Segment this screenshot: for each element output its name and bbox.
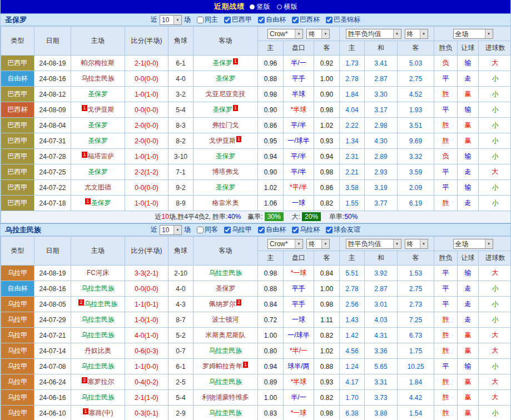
filter-checkbox-巴圣锦标[interactable]: 巴圣锦标 — [326, 15, 360, 24]
team-link[interactable]: 乌拉圭民族 — [209, 378, 242, 386]
let-result-cell: 走 — [458, 297, 479, 312]
select-value: 终 — [405, 239, 420, 248]
team-link[interactable]: 乌拉圭民族 — [81, 331, 115, 339]
team-link[interactable]: 塞路(中) — [89, 409, 113, 417]
mean-stage-select[interactable]: 终▼ — [405, 29, 428, 39]
checkbox-input[interactable] — [292, 17, 299, 23]
checkbox-input[interactable] — [292, 227, 299, 233]
team-link[interactable]: 罗姆帕拉青年 — [202, 362, 242, 370]
team-link[interactable]: 波士顿河 — [212, 316, 239, 323]
odds-company-select[interactable]: Crow*▼ — [267, 29, 303, 39]
match-count-select[interactable]: 10▼ — [160, 15, 182, 25]
filter-checkbox-乌拉杯[interactable]: 乌拉杯 — [292, 225, 320, 234]
select-value: 胜平负均值 — [346, 29, 393, 38]
scope-select[interactable]: 全场▼ — [453, 29, 493, 39]
team-link[interactable]: 圣保罗 — [216, 284, 236, 292]
layout-radio-横版[interactable]: 横版 — [277, 2, 297, 12]
checkbox-input[interactable] — [258, 17, 265, 23]
checkbox-input[interactable] — [258, 227, 265, 233]
team-link[interactable]: 乌拉圭民族 — [85, 300, 118, 308]
filter-checkbox-球会友谊[interactable]: 球会友谊 — [326, 225, 360, 234]
team-link[interactable]: 圣保罗 — [216, 183, 236, 191]
odds-stage-select[interactable]: 终▼ — [306, 239, 330, 249]
team-link[interactable]: 乌拉圭民族 — [81, 74, 115, 82]
team-link[interactable]: 戈伊亚斯 — [209, 137, 236, 144]
corner-cell: 3-2 — [168, 87, 194, 102]
goal-result-cell: 小 — [479, 281, 511, 297]
checkbox-input[interactable] — [326, 227, 333, 233]
team-link[interactable]: 塞罗拉尔 — [88, 378, 115, 386]
subcol-let: 让球 — [458, 41, 479, 56]
home-team-cell: 乌拉圭民族 — [71, 281, 125, 297]
odds-away-cell: 1.11 — [314, 312, 340, 328]
team-link[interactable]: 米斯奥尼斯队 — [206, 331, 246, 339]
team-link[interactable]: 乌拉圭民族 — [81, 284, 115, 292]
filter-checkbox-同客[interactable]: 同客 — [197, 225, 218, 234]
team-link[interactable]: 丹奴比奥 — [85, 347, 111, 354]
team-link[interactable]: 乌拉圭民族 — [81, 316, 115, 323]
chevron-down-icon: ▼ — [485, 29, 493, 38]
date-cell: 24-07-28 — [34, 149, 71, 164]
team-link[interactable]: 圣保罗 — [212, 59, 232, 67]
mean-away-cell: 7.25 — [398, 312, 434, 328]
team-link[interactable]: 乌拉圭民族 — [209, 409, 242, 417]
team-link[interactable]: 利物浦蒙特维多 — [202, 393, 249, 401]
team-link[interactable]: FC河床 — [87, 269, 109, 277]
team-link[interactable]: 圣保罗 — [88, 137, 108, 144]
result-cell: 平 — [434, 359, 458, 374]
score-cell: 1-0(1-0) — [125, 87, 168, 102]
scope-select[interactable]: 全场▼ — [453, 239, 493, 249]
checkbox-input[interactable] — [224, 17, 231, 23]
checkbox-input[interactable] — [224, 227, 231, 233]
league-cell: 乌拉甲 — [1, 266, 34, 281]
team-link[interactable]: 戈亚尼亚竞技 — [206, 90, 246, 98]
select-value: 全场 — [454, 29, 485, 38]
mean-stage-select[interactable]: 终▼ — [405, 239, 428, 249]
odds-stage-select[interactable]: 终▼ — [306, 29, 330, 39]
team-link[interactable]: 佩纳罗尔 — [209, 300, 236, 308]
checkbox-input[interactable] — [197, 17, 204, 23]
red-card-badge: 1 — [233, 58, 238, 64]
team-link[interactable]: 帕尔梅拉斯 — [81, 59, 115, 67]
date-cell: 24-07-29 — [34, 312, 71, 328]
team-link[interactable]: 圣保罗 — [216, 152, 236, 160]
team-link[interactable]: 乌拉圭民族 — [209, 347, 242, 354]
team-link[interactable]: 戈伊亚斯 — [88, 106, 115, 113]
result-cell: 平 — [434, 281, 458, 297]
filter-checkbox-巴西甲[interactable]: 巴西甲 — [224, 15, 252, 24]
team-link[interactable]: 圣保罗 — [91, 199, 111, 207]
handicap-cell: *半/一 — [284, 343, 314, 359]
team-link[interactable]: 乌拉圭民族 — [81, 362, 115, 370]
team-link[interactable]: 格雷米奥 — [212, 199, 239, 207]
team-link[interactable]: 圣保罗 — [88, 121, 108, 129]
mean-type-select[interactable]: 胜平负均值▼ — [346, 29, 401, 39]
handicap-cell: 平/半 — [284, 118, 314, 133]
mean-type-select[interactable]: 胜平负均值▼ — [346, 239, 401, 249]
filter-checkbox-巴西杯[interactable]: 巴西杯 — [292, 15, 320, 24]
team-link[interactable]: 圣保罗 — [88, 90, 108, 98]
team-link[interactable]: 圣保罗 — [88, 168, 108, 176]
filter-checkbox-乌拉甲[interactable]: 乌拉甲 — [224, 225, 252, 234]
score-cell: 1-1(0-1) — [125, 297, 168, 312]
team-link[interactable]: 尤文图德 — [85, 183, 111, 191]
team-link[interactable]: 圣保罗 — [212, 106, 232, 113]
team-link[interactable]: 乌拉圭民族 — [81, 393, 115, 401]
team-link[interactable]: 乌拉圭民族 — [209, 269, 242, 277]
filter-checkbox-自由杯[interactable]: 自由杯 — [258, 225, 286, 234]
team-link[interactable]: 弗拉门戈 — [212, 121, 239, 129]
checkbox-input[interactable] — [197, 227, 204, 233]
filter-checkbox-自由杯[interactable]: 自由杯 — [258, 15, 286, 24]
summary-win-rate: 40% — [227, 213, 241, 221]
team-link[interactable]: 圣保罗 — [216, 74, 236, 82]
team-link[interactable]: 福塔雷萨 — [88, 152, 115, 160]
team-link[interactable]: 博塔弗戈 — [212, 168, 239, 176]
layout-radio-竖版[interactable]: 竖版 — [250, 2, 270, 12]
odds-company-select[interactable]: Crow*▼ — [267, 239, 303, 249]
filter-checkbox-同主[interactable]: 同主 — [197, 15, 218, 24]
match-count-select[interactable]: 10▼ — [160, 225, 182, 235]
match-row: 巴西甲24-07-281福塔雷萨1-0(1-0)3-10圣保罗0.94平/半0.… — [1, 149, 511, 164]
mean-draw-cell: 3.17 — [365, 102, 398, 118]
checkbox-input[interactable] — [326, 17, 333, 23]
red-card-badge: 1 — [82, 152, 87, 158]
subcol-mean-home: 主 — [340, 251, 365, 266]
